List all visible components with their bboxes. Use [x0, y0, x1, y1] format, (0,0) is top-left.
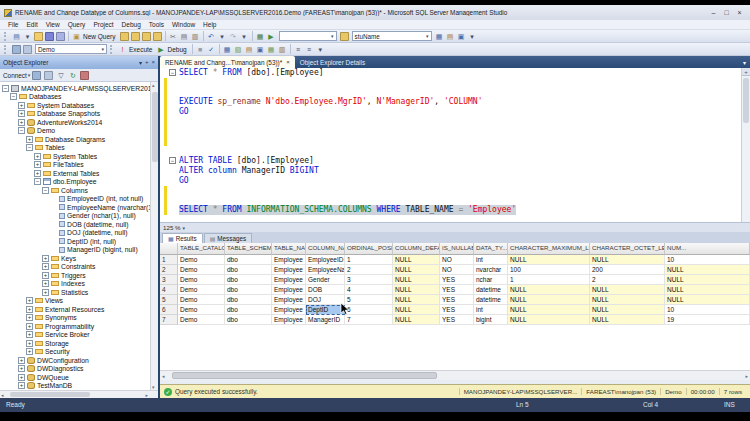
- grid-cell[interactable]: NULL: [590, 285, 665, 295]
- tree-expander-icon[interactable]: −: [26, 144, 33, 151]
- grid-cell[interactable]: Employee: [272, 295, 306, 305]
- scroll-thumb[interactable]: [172, 372, 437, 379]
- grid-cell[interactable]: NULL: [508, 285, 590, 295]
- xmla-query-icon[interactable]: [153, 32, 162, 41]
- grid-header[interactable]: ORDINAL_POSITI...: [345, 243, 393, 255]
- code-line[interactable]: −SELECT * FROM [dbo].[Employee]: [160, 68, 750, 78]
- grid-cell[interactable]: 5: [345, 295, 393, 305]
- tree-item[interactable]: DOB (datetime, null): [0, 220, 150, 229]
- combo-arrow-icon[interactable]: ▾: [328, 33, 334, 39]
- tree-item[interactable]: −dbo.Employee: [0, 178, 150, 187]
- grid-cell[interactable]: int: [474, 255, 508, 265]
- menu-item-debug[interactable]: Debug: [118, 21, 145, 28]
- grid-cell[interactable]: NULL: [665, 265, 750, 275]
- tree-expander-icon[interactable]: +: [42, 272, 49, 279]
- grid-cell[interactable]: Demo: [178, 305, 225, 315]
- code-line[interactable]: −ALTER TABLE [dbo].[Employee]: [160, 156, 750, 166]
- code-line[interactable]: EXECUTE sp_rename N'dbo.Employee.MgrID',…: [160, 97, 750, 107]
- grid-cell[interactable]: Employee: [272, 265, 306, 275]
- grid-cell[interactable]: NULL: [393, 265, 440, 275]
- navigate-icon[interactable]: ▦: [435, 32, 444, 41]
- menu-item-help[interactable]: Help: [199, 21, 220, 28]
- start-icon[interactable]: ▶: [267, 32, 276, 41]
- grid-cell[interactable]: Employee: [272, 315, 306, 325]
- grid-cell[interactable]: NULL: [393, 275, 440, 285]
- comment-icon[interactable]: ≡: [294, 45, 303, 54]
- tree-item[interactable]: +Service Broker: [0, 331, 150, 340]
- tree-item[interactable]: +Triggers: [0, 271, 150, 280]
- grid-cell[interactable]: ManagerID: [306, 315, 345, 325]
- grid-cell[interactable]: bigint: [474, 315, 508, 325]
- grid-cell[interactable]: 1: [345, 255, 393, 265]
- execute-button[interactable]: Execute: [129, 46, 153, 53]
- tree-item[interactable]: +Database Diagrams: [0, 135, 150, 144]
- code-line[interactable]: GO: [160, 176, 750, 186]
- open-file-icon[interactable]: [34, 32, 43, 41]
- tree-expander-icon[interactable]: +: [34, 161, 41, 168]
- tree-expander-icon[interactable]: +: [26, 314, 33, 321]
- tree-expander-icon[interactable]: +: [26, 297, 33, 304]
- code-line[interactable]: [160, 117, 750, 127]
- pin-icon[interactable]: +: [145, 59, 149, 66]
- tree-item[interactable]: +Indexes: [0, 280, 150, 289]
- client-stats-icon[interactable]: ▥: [278, 45, 287, 54]
- grid-cell[interactable]: YES: [440, 315, 474, 325]
- grid-cell[interactable]: 10: [665, 255, 750, 265]
- grid-cell[interactable]: 10: [665, 305, 750, 315]
- code-line[interactable]: SELECT * FROM INFORMATION_SCHEMA.COLUMNS…: [160, 205, 750, 215]
- grid-cell[interactable]: 100: [508, 265, 590, 275]
- grid-cell[interactable]: NULL: [665, 295, 750, 305]
- stop-process-icon[interactable]: [44, 71, 53, 80]
- name-combo[interactable]: stuName▾: [352, 31, 432, 41]
- window-icon[interactable]: ▣: [457, 32, 466, 41]
- scroll-thumb[interactable]: [152, 92, 158, 162]
- grid-cell[interactable]: nchar: [474, 275, 508, 285]
- menu-item-query[interactable]: Query: [64, 21, 90, 28]
- code-line[interactable]: [160, 137, 750, 147]
- grid-header[interactable]: NUM...: [665, 243, 750, 255]
- grid-cell[interactable]: YES: [440, 285, 474, 295]
- tree-item[interactable]: +Synonyms: [0, 314, 150, 323]
- close-button[interactable]: ×: [733, 6, 746, 19]
- grid-cell[interactable]: Demo: [178, 255, 225, 265]
- results-to-file-icon[interactable]: ▤: [245, 45, 254, 54]
- grid-cell[interactable]: 2: [590, 275, 665, 285]
- grid-cell[interactable]: NULL: [508, 315, 590, 325]
- toolbar-grip[interactable]: [4, 32, 8, 41]
- toolbar-grip[interactable]: [4, 45, 8, 54]
- grid-cell[interactable]: 4: [160, 285, 178, 295]
- grid-cell[interactable]: datetime: [474, 285, 508, 295]
- database-combo[interactable]: Demo▾: [35, 44, 107, 54]
- grid-cell[interactable]: 19: [665, 315, 750, 325]
- grid-cell[interactable]: NULL: [590, 305, 665, 315]
- filter-icon[interactable]: ▽: [56, 71, 65, 80]
- grid-cell[interactable]: NULL: [393, 305, 440, 315]
- tree-expander-icon[interactable]: +: [26, 323, 33, 330]
- grid-cell[interactable]: dbo: [225, 255, 272, 265]
- grid-cell[interactable]: Gender: [306, 275, 345, 285]
- grid-cell[interactable]: 3: [345, 275, 393, 285]
- tree-item[interactable]: +Security: [0, 348, 150, 357]
- tree-item[interactable]: −MANOJPANDEY-LAP\MSSQLSERVER2016 (SQL Se…: [0, 84, 150, 93]
- debug-button[interactable]: Debug: [168, 46, 187, 53]
- tree-expander-icon[interactable]: +: [42, 280, 49, 287]
- menu-item-edit[interactable]: Edit: [22, 21, 41, 28]
- database-engine-query-icon[interactable]: [120, 32, 129, 41]
- grid-cell[interactable]: Demo: [178, 295, 225, 305]
- menu-item-window[interactable]: Window: [168, 21, 199, 28]
- tree-item[interactable]: +Keys: [0, 254, 150, 263]
- code-line[interactable]: GO: [160, 107, 750, 117]
- tree-expander-icon[interactable]: +: [18, 102, 25, 109]
- grid-header[interactable]: COLUMN_DEFAU...: [393, 243, 440, 255]
- minimize-button[interactable]: –: [707, 6, 720, 19]
- tree-expander-icon[interactable]: −: [10, 93, 17, 100]
- tree-expander-icon[interactable]: +: [26, 340, 33, 347]
- object-explorer-header[interactable]: Object Explorer ▾ + ×: [0, 56, 158, 69]
- grid-cell[interactable]: int: [474, 305, 508, 315]
- grid-cell[interactable]: NULL: [665, 285, 750, 295]
- tree-item[interactable]: +FileTables: [0, 161, 150, 170]
- undo-dropdown-icon[interactable]: ▾: [218, 32, 227, 41]
- grid-cell[interactable]: 5: [160, 295, 178, 305]
- grid-cell[interactable]: NULL: [590, 295, 665, 305]
- zoom-level[interactable]: 125 %: [163, 224, 181, 231]
